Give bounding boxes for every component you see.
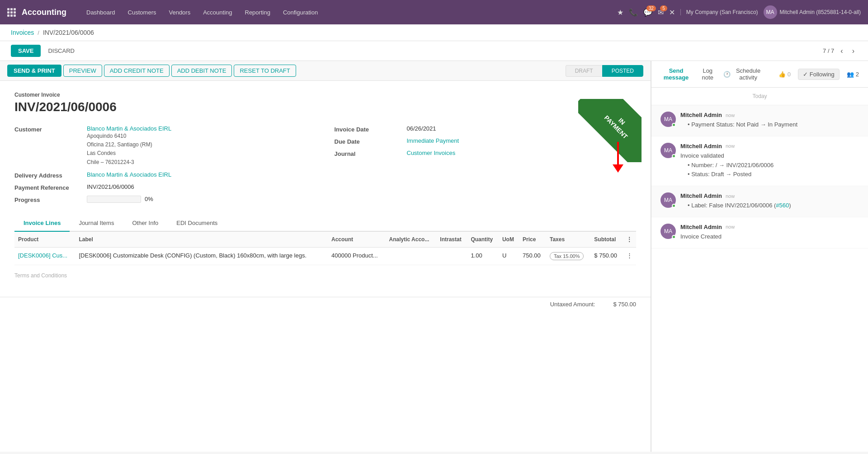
col-analytic: Analytic Acco...	[386, 232, 437, 248]
cell-subtotal: $ 750.00	[590, 247, 623, 265]
payment-ref-label: Payment Reference	[14, 183, 87, 191]
schedule-activity-button[interactable]: 🕐 Schedule activity	[723, 66, 764, 83]
star-icon[interactable]: ★	[617, 8, 623, 17]
invoice-number: INV/2021/06/0006	[14, 100, 636, 114]
msg-avatar-4: MA	[660, 224, 676, 239]
msg-body-1: • Payment Status: Not Paid → In Payment	[680, 120, 859, 130]
top-navigation: Accounting Dashboard Customers Vendors A…	[0, 0, 868, 24]
msg-time-3: now	[726, 193, 735, 199]
chatter-panel: Send message Log note 🕐 Schedule activit…	[651, 61, 868, 452]
customer-label: Customer	[14, 125, 87, 133]
msg-content-3: Mitchell Admin now • Label: False INV/20…	[680, 192, 859, 211]
col-intrastat: Intrastat	[436, 232, 467, 248]
status-posted[interactable]: POSTED	[602, 65, 643, 77]
customer-address: Apoquindo 6410 Oficina 212, Santiago (RM…	[87, 132, 171, 167]
following-button[interactable]: ✓ Following	[798, 69, 840, 80]
untaxed-value: $ 750.00	[613, 301, 636, 308]
cell-label: [DESK0006] Customizable Desk (CONFIG) (C…	[75, 247, 328, 265]
totals-row: Untaxed Amount: $ 750.00	[0, 297, 651, 311]
col-account: Account	[328, 232, 386, 248]
progress-bar	[87, 196, 141, 203]
cell-analytic	[386, 247, 437, 265]
col-taxes: Taxes	[546, 232, 590, 248]
due-date-value[interactable]: Immediate Payment	[407, 137, 459, 144]
form-col-left: Customer Blanco Martin & Asociados EIRL …	[14, 125, 316, 208]
msg-content-2: Mitchell Admin now Invoice validated • N…	[680, 143, 859, 179]
chat-icon[interactable]: 💬32	[643, 8, 652, 17]
followers-count[interactable]: 👥 2	[847, 71, 859, 78]
add-credit-note-button[interactable]: ADD CREDIT NOTE	[104, 65, 170, 77]
clock-icon: 🕐	[723, 71, 731, 78]
invoice-date-field-row: Invoice Date 06/26/2021	[335, 125, 637, 133]
close-icon[interactable]: ✕	[669, 8, 675, 17]
msg-header-3: Mitchell Admin now	[680, 192, 859, 199]
send-message-button[interactable]: Send message	[660, 66, 692, 83]
msg-body-3: • Label: False INV/2021/06/0006 (#560)	[680, 201, 859, 211]
col-label: Label	[75, 232, 328, 248]
status-draft[interactable]: DRAFT	[566, 65, 602, 77]
save-button[interactable]: SAVE	[11, 45, 41, 57]
breadcrumb: Invoices / INV/2021/06/0006	[0, 24, 868, 41]
customer-value: Blanco Martin & Asociados EIRL Apoquindo…	[87, 125, 171, 167]
col-subtotal: Subtotal	[590, 232, 623, 248]
online-dot-2	[672, 154, 676, 158]
likes-count: 👍 0	[778, 71, 791, 78]
tax-badge[interactable]: Tax 15.00%	[550, 252, 584, 260]
apps-icon[interactable]	[7, 8, 14, 17]
cell-product[interactable]: [DESK0006] Cus...	[14, 247, 75, 265]
msg-line-label: • Label: False INV/2021/06/0006 (#560)	[688, 201, 859, 211]
tab-other-info[interactable]: Other Info	[123, 215, 167, 232]
people-icon: 👥	[847, 71, 854, 78]
nav-dashboard[interactable]: Dashboard	[81, 6, 121, 19]
nav-vendors[interactable]: Vendors	[163, 6, 196, 19]
send-print-button[interactable]: SEND & PRINT	[7, 65, 61, 77]
progress-bar-container: 0%	[87, 196, 153, 203]
msg-content-4: Mitchell Admin now Invoice Created	[680, 224, 859, 242]
nav-accounting[interactable]: Accounting	[198, 6, 237, 19]
cell-row-actions[interactable]: ⋮	[623, 247, 636, 265]
cell-taxes: Tax 15.00%	[546, 247, 590, 265]
msg-header-2: Mitchell Admin now	[680, 143, 859, 150]
breadcrumb-parent[interactable]: Invoices	[11, 29, 34, 36]
nav-customers[interactable]: Customers	[123, 6, 162, 19]
col-product: Product	[14, 232, 75, 248]
chatter-message-3: MA Mitchell Admin now • Label: False INV…	[651, 186, 868, 217]
pagination-text: 7 / 7	[823, 47, 834, 54]
chat-badge: 32	[646, 5, 656, 11]
form-col-right: Invoice Date 06/26/2021 Due Date Immedia…	[335, 125, 637, 208]
msg-invoice-validated: Invoice validated	[680, 151, 859, 161]
tab-journal-items[interactable]: Journal Items	[70, 215, 123, 232]
preview-button[interactable]: PREVIEW	[63, 65, 102, 77]
delivery-address-value[interactable]: Blanco Martin & Asociados EIRL	[87, 171, 171, 178]
progress-field-row: Progress 0%	[14, 196, 316, 203]
like-icon[interactable]: 👍	[778, 71, 786, 78]
msg-author-2: Mitchell Admin	[680, 143, 722, 150]
msg-avatar-2: MA	[660, 143, 676, 158]
prev-page-button[interactable]: ‹	[838, 46, 845, 56]
nav-reporting[interactable]: Reporting	[240, 6, 276, 19]
online-dot	[672, 123, 676, 127]
chatter-message-2: MA Mitchell Admin now Invoice validated …	[651, 136, 868, 186]
next-page-button[interactable]: ›	[849, 46, 857, 56]
discard-button[interactable]: DISCARD	[44, 45, 78, 57]
user-avatar: MA	[764, 5, 777, 19]
tab-invoice-lines[interactable]: Invoice Lines	[14, 215, 70, 232]
customer-name[interactable]: Blanco Martin & Asociados EIRL	[87, 125, 171, 132]
msg-line-number: • Number: / → INV/2021/06/0006	[688, 161, 859, 170]
reset-to-draft-button[interactable]: RESET TO DRAFT	[234, 65, 296, 77]
main-layout: SEND & PRINT PREVIEW ADD CREDIT NOTE ADD…	[0, 61, 868, 452]
due-date-field-row: Due Date Immediate Payment	[335, 137, 637, 145]
msg-link-560[interactable]: #560	[776, 202, 789, 209]
tab-edi-documents[interactable]: EDI Documents	[167, 215, 226, 232]
nav-configuration[interactable]: Configuration	[278, 6, 323, 19]
cell-uom: U	[499, 247, 519, 265]
phone-icon[interactable]: 📞	[629, 8, 638, 17]
user-info[interactable]: MA Mitchell Admin (8525881-14-0-all)	[764, 5, 861, 19]
msg-header-4: Mitchell Admin now	[680, 224, 859, 230]
msg-avatar-3: MA	[660, 192, 676, 208]
journal-value[interactable]: Customer Invoices	[407, 150, 456, 156]
add-debit-note-button[interactable]: ADD DEBIT NOTE	[171, 65, 232, 77]
log-note-button[interactable]: Log note	[699, 66, 716, 83]
message-icon[interactable]: ✉5	[658, 8, 664, 17]
msg-author-3: Mitchell Admin	[680, 192, 722, 199]
